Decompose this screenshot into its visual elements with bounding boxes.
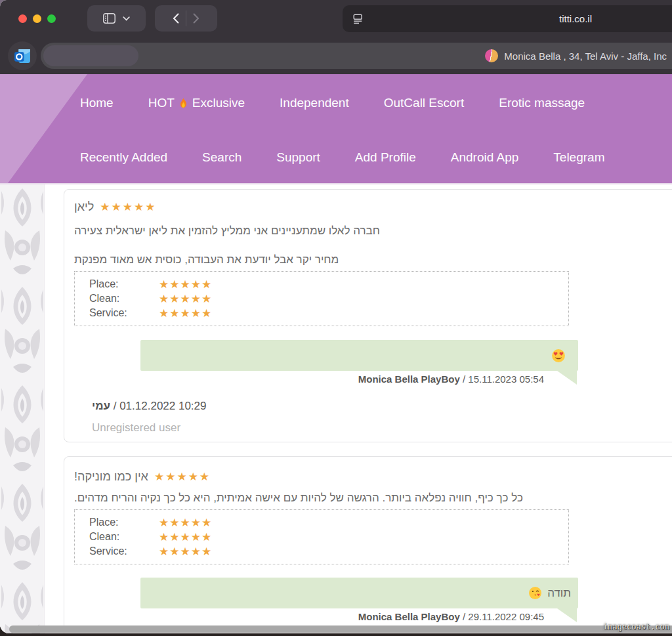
place-stars: ★★★★★ [159,516,212,530]
review-date: 01.12.2022 10:29 [119,400,206,412]
nav-item-erotic-massage[interactable]: Erotic massage [499,96,585,110]
review-card: אין כמו מוניקה! ★★★★★ כל כך כיף, חוויה נ… [64,456,672,633]
close-window-button[interactable] [18,14,27,23]
reviewer-title: אין כמו מוניקה! [74,470,148,484]
chevron-down-icon[interactable] [123,16,130,21]
reviewer-status: Unregistered user [92,421,672,435]
kiss-emoji [528,586,542,600]
history-nav-group [155,5,217,32]
address-bar[interactable]: Monica Bella , 34, Tel Aviv - Jaffa, Inc [41,43,672,69]
outlook-app-icon[interactable] [8,41,37,70]
nav-item-add-profile[interactable]: Add Profile [355,150,416,165]
tab-title: titti.co.il [343,13,672,24]
clean-stars: ★★★★★ [159,530,212,544]
rating-row-service: Service: ★★★★★ [75,544,568,559]
nav-item-home[interactable]: Home [80,96,114,110]
back-icon[interactable] [173,13,179,24]
reviewer-name: עמי [92,400,110,412]
nav-item-telegram[interactable]: Telegram [553,150,604,165]
clean-stars: ★★★★★ [159,292,212,306]
sidebar-button-group[interactable] [87,5,146,32]
nav-item-recently-added[interactable]: Recently Added [80,150,167,165]
reply-author: Monica Bella PlayBoy [358,373,460,385]
window-controls [18,14,56,23]
place-stars: ★★★★★ [159,278,212,291]
rating-row-place: Place: ★★★★★ [75,515,568,530]
horizontal-scrollbar[interactable] [9,625,672,633]
rating-row-clean: Clean: ★★★★★ [75,530,568,544]
rating-table: Place: ★★★★★ Clean: ★★★★★ Service: ★★★★★ [74,509,569,564]
owner-reply-bubble: תודה [140,578,578,608]
rating-row-clean: Clean: ★★★★★ [75,291,568,306]
watermark: imagecoast.com [603,622,669,631]
zoom-window-button[interactable] [47,14,56,23]
rating-row-service: Service: ★★★★★ [75,306,568,320]
rating-table: Place: ★★★★★ Clean: ★★★★★ Service: ★★★★★ [74,271,569,326]
review-star-rating: ★★★★★ [154,470,211,484]
review-paragraph: כל כך כיף, חוויה נפלאה ביותר. הרגשה של ל… [74,491,672,505]
reviews-page: ליאן ★★★★★ חברה לאלו שמתעניינים אני ממלי… [0,184,672,633]
reader-page-icon[interactable] [352,12,364,25]
site-favicon [485,49,498,62]
review-paragraph: מחיר יקר אבל יודעת את העבודה, כוסית אש מ… [74,253,672,267]
reply-date: 15.11.2023 05:54 [468,373,544,385]
damask-wallpaper-strip [0,184,45,633]
site-navigation: Home HOT Exclusive Independent OutCall E… [0,74,672,184]
reviewer-line: עמי / 01.12.2022 10:29 [92,400,672,413]
browser-window: titti.co.il Monica Bella , 34, Tel Aviv … [0,0,672,633]
tab-strip: Monica Bella , 34, Tel Aviv - Jaffa, Inc [0,37,672,74]
review-card: ליאן ★★★★★ חברה לאלו שמתעניינים אני ממלי… [64,189,672,442]
page-title: Monica Bella , 34, Tel Aviv - Jaffa, Inc [504,51,667,62]
review-paragraph: חברה לאלו שמתעניינים אני ממליץ להזמין את… [74,224,672,238]
reply-credit: Monica Bella PlayBoy / 15.11.2023 05:54 [140,373,578,385]
reply-date: 29.11.2022 09:45 [468,611,544,622]
reply-credit: Monica Bella PlayBoy / 29.11.2022 09:45 [140,611,578,622]
button-divider [186,11,186,26]
browser-toolbar: titti.co.il [0,0,672,37]
review-title-row: אין כמו מוניקה! ★★★★★ [74,469,672,484]
tab-tint [43,45,138,66]
current-page-tab[interactable]: Monica Bella , 34, Tel Aviv - Jaffa, Inc [485,43,667,69]
rating-row-place: Place: ★★★★★ [75,277,568,291]
nav-item-hot-exclusive[interactable]: HOT Exclusive [148,96,245,110]
browser-tab[interactable]: titti.co.il [343,5,672,32]
service-stars: ★★★★★ [159,307,212,320]
sidebar-icon[interactable] [103,13,116,24]
nav-item-search[interactable]: Search [202,150,242,165]
heart-eyes-emoji [551,349,566,363]
review-star-rating: ★★★★★ [100,200,156,214]
reply-author: Monica Bella PlayBoy [358,611,460,622]
minimize-window-button[interactable] [33,14,41,23]
owner-reply-bubble [140,340,578,371]
fire-icon [177,97,190,110]
nav-item-android-app[interactable]: Android App [451,150,519,165]
review-title-row: ליאן ★★★★★ [74,199,672,215]
nav-item-independent[interactable]: Independent [280,96,349,110]
reply-text: תודה [547,587,571,600]
service-stars: ★★★★★ [159,545,212,559]
nav-row-1: Home HOT Exclusive Independent OutCall E… [80,95,672,112]
nav-item-support[interactable]: Support [276,150,320,165]
nav-item-outcall-escort[interactable]: OutCall Escort [384,96,464,110]
nav-row-2: Recently Added Search Support Add Profil… [80,149,672,166]
reviewer-title: ליאן [74,200,94,214]
forward-icon[interactable] [193,13,200,24]
